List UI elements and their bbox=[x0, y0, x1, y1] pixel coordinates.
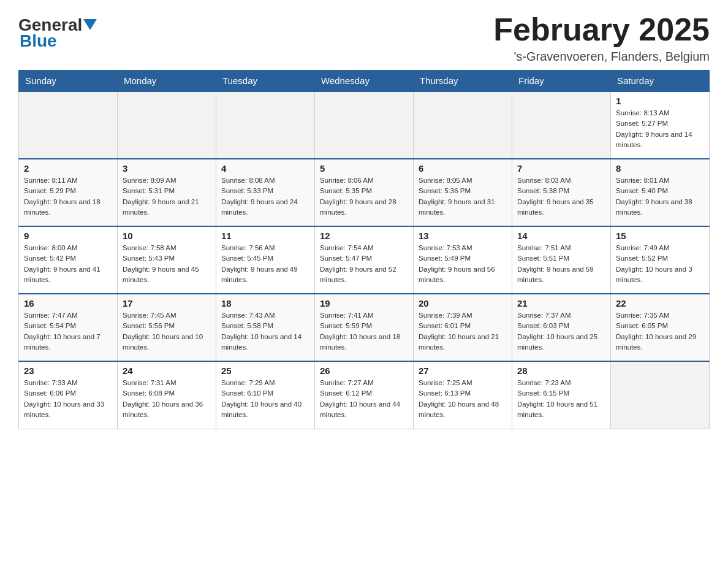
calendar-week-row: 2Sunrise: 8:11 AM Sunset: 5:29 PM Daylig… bbox=[19, 159, 710, 226]
day-info: Sunrise: 8:09 AM Sunset: 5:31 PM Dayligh… bbox=[123, 175, 211, 218]
day-info: Sunrise: 8:11 AM Sunset: 5:29 PM Dayligh… bbox=[24, 175, 112, 218]
calendar-cell: 21Sunrise: 7:37 AM Sunset: 6:03 PM Dayli… bbox=[512, 294, 611, 361]
day-number: 16 bbox=[24, 298, 112, 308]
day-info: Sunrise: 7:49 AM Sunset: 5:52 PM Dayligh… bbox=[616, 243, 704, 285]
calendar-cell: 23Sunrise: 7:33 AM Sunset: 6:06 PM Dayli… bbox=[19, 361, 118, 429]
day-number: 10 bbox=[123, 231, 211, 241]
day-number: 2 bbox=[24, 163, 112, 174]
day-number: 6 bbox=[419, 163, 507, 174]
day-info: Sunrise: 7:39 AM Sunset: 6:01 PM Dayligh… bbox=[419, 310, 507, 353]
day-number: 19 bbox=[320, 298, 408, 308]
day-info: Sunrise: 7:43 AM Sunset: 5:58 PM Dayligh… bbox=[221, 310, 309, 353]
calendar-cell: 19Sunrise: 7:41 AM Sunset: 5:59 PM Dayli… bbox=[315, 294, 414, 361]
calendar-cell: 12Sunrise: 7:54 AM Sunset: 5:47 PM Dayli… bbox=[315, 226, 414, 294]
calendar-cell: 22Sunrise: 7:35 AM Sunset: 6:05 PM Dayli… bbox=[611, 294, 710, 361]
calendar-cell: 27Sunrise: 7:25 AM Sunset: 6:13 PM Dayli… bbox=[414, 361, 512, 429]
weekday-header-monday: Monday bbox=[118, 71, 216, 92]
day-info: Sunrise: 7:47 AM Sunset: 5:54 PM Dayligh… bbox=[24, 310, 112, 353]
day-number: 8 bbox=[616, 163, 704, 174]
logo-text-blue: Blue bbox=[20, 31, 57, 51]
day-info: Sunrise: 8:01 AM Sunset: 5:40 PM Dayligh… bbox=[616, 175, 704, 218]
page-header: General Blue February 2025 's-Gravenvoer… bbox=[18, 12, 710, 64]
calendar-subtitle: 's-Gravenvoeren, Flanders, Belgium bbox=[493, 50, 710, 64]
weekday-header-wednesday: Wednesday bbox=[315, 71, 414, 92]
calendar-cell bbox=[19, 91, 118, 159]
calendar-cell: 11Sunrise: 7:56 AM Sunset: 5:45 PM Dayli… bbox=[216, 226, 315, 294]
calendar-cell: 16Sunrise: 7:47 AM Sunset: 5:54 PM Dayli… bbox=[19, 294, 118, 361]
calendar-cell: 18Sunrise: 7:43 AM Sunset: 5:58 PM Dayli… bbox=[216, 294, 315, 361]
day-info: Sunrise: 7:54 AM Sunset: 5:47 PM Dayligh… bbox=[320, 243, 408, 285]
calendar-cell: 13Sunrise: 7:53 AM Sunset: 5:49 PM Dayli… bbox=[414, 226, 512, 294]
weekday-header-tuesday: Tuesday bbox=[216, 71, 315, 92]
calendar-week-row: 23Sunrise: 7:33 AM Sunset: 6:06 PM Dayli… bbox=[19, 361, 710, 429]
day-number: 13 bbox=[419, 231, 507, 241]
day-info: Sunrise: 7:51 AM Sunset: 5:51 PM Dayligh… bbox=[517, 243, 605, 285]
svg-marker-0 bbox=[83, 19, 97, 30]
day-info: Sunrise: 7:25 AM Sunset: 6:13 PM Dayligh… bbox=[419, 378, 507, 420]
weekday-header-friday: Friday bbox=[512, 71, 611, 92]
day-number: 20 bbox=[419, 298, 507, 308]
calendar-cell bbox=[611, 361, 710, 429]
calendar-cell: 10Sunrise: 7:58 AM Sunset: 5:43 PM Dayli… bbox=[118, 226, 216, 294]
calendar-title: February 2025 bbox=[493, 12, 710, 47]
day-number: 22 bbox=[616, 298, 704, 308]
day-info: Sunrise: 7:53 AM Sunset: 5:49 PM Dayligh… bbox=[419, 243, 507, 285]
calendar-cell bbox=[315, 91, 414, 159]
calendar-cell: 1Sunrise: 8:13 AM Sunset: 5:27 PM Daylig… bbox=[611, 91, 710, 159]
day-number: 23 bbox=[24, 366, 112, 376]
day-info: Sunrise: 8:03 AM Sunset: 5:38 PM Dayligh… bbox=[517, 175, 605, 218]
day-number: 18 bbox=[221, 298, 309, 308]
calendar-cell: 4Sunrise: 8:08 AM Sunset: 5:33 PM Daylig… bbox=[216, 159, 315, 226]
day-info: Sunrise: 7:41 AM Sunset: 5:59 PM Dayligh… bbox=[320, 310, 408, 353]
day-number: 27 bbox=[419, 366, 507, 376]
day-number: 12 bbox=[320, 231, 408, 241]
day-number: 11 bbox=[221, 231, 309, 241]
calendar-week-row: 9Sunrise: 8:00 AM Sunset: 5:42 PM Daylig… bbox=[19, 226, 710, 294]
calendar-cell: 2Sunrise: 8:11 AM Sunset: 5:29 PM Daylig… bbox=[19, 159, 118, 226]
day-info: Sunrise: 7:31 AM Sunset: 6:08 PM Dayligh… bbox=[123, 378, 211, 420]
day-info: Sunrise: 7:58 AM Sunset: 5:43 PM Dayligh… bbox=[123, 243, 211, 285]
day-info: Sunrise: 7:45 AM Sunset: 5:56 PM Dayligh… bbox=[123, 310, 211, 353]
day-info: Sunrise: 8:05 AM Sunset: 5:36 PM Dayligh… bbox=[419, 175, 507, 218]
calendar-cell: 14Sunrise: 7:51 AM Sunset: 5:51 PM Dayli… bbox=[512, 226, 611, 294]
day-info: Sunrise: 8:00 AM Sunset: 5:42 PM Dayligh… bbox=[24, 243, 112, 285]
day-info: Sunrise: 7:37 AM Sunset: 6:03 PM Dayligh… bbox=[517, 310, 605, 353]
calendar-week-row: 16Sunrise: 7:47 AM Sunset: 5:54 PM Dayli… bbox=[19, 294, 710, 361]
calendar-cell: 3Sunrise: 8:09 AM Sunset: 5:31 PM Daylig… bbox=[118, 159, 216, 226]
day-number: 9 bbox=[24, 231, 112, 241]
calendar-cell bbox=[216, 91, 315, 159]
calendar-cell: 5Sunrise: 8:06 AM Sunset: 5:35 PM Daylig… bbox=[315, 159, 414, 226]
day-number: 24 bbox=[123, 366, 211, 376]
day-number: 1 bbox=[616, 96, 704, 106]
calendar-cell: 9Sunrise: 8:00 AM Sunset: 5:42 PM Daylig… bbox=[19, 226, 118, 294]
logo-triangle-icon bbox=[83, 19, 97, 33]
day-number: 28 bbox=[517, 366, 605, 376]
weekday-header-thursday: Thursday bbox=[414, 71, 512, 92]
calendar-cell: 7Sunrise: 8:03 AM Sunset: 5:38 PM Daylig… bbox=[512, 159, 611, 226]
weekday-header-sunday: Sunday bbox=[19, 71, 118, 92]
calendar-cell: 26Sunrise: 7:27 AM Sunset: 6:12 PM Dayli… bbox=[315, 361, 414, 429]
day-number: 26 bbox=[320, 366, 408, 376]
calendar-cell bbox=[512, 91, 611, 159]
calendar-cell: 8Sunrise: 8:01 AM Sunset: 5:40 PM Daylig… bbox=[611, 159, 710, 226]
calendar-cell: 28Sunrise: 7:23 AM Sunset: 6:15 PM Dayli… bbox=[512, 361, 611, 429]
calendar-cell bbox=[414, 91, 512, 159]
logo: General Blue bbox=[18, 15, 97, 51]
calendar-table: SundayMondayTuesdayWednesdayThursdayFrid… bbox=[18, 70, 710, 429]
day-info: Sunrise: 8:08 AM Sunset: 5:33 PM Dayligh… bbox=[221, 175, 309, 218]
calendar-cell: 20Sunrise: 7:39 AM Sunset: 6:01 PM Dayli… bbox=[414, 294, 512, 361]
calendar-cell: 17Sunrise: 7:45 AM Sunset: 5:56 PM Dayli… bbox=[118, 294, 216, 361]
day-number: 17 bbox=[123, 298, 211, 308]
weekday-header-row: SundayMondayTuesdayWednesdayThursdayFrid… bbox=[19, 71, 710, 92]
calendar-cell: 24Sunrise: 7:31 AM Sunset: 6:08 PM Dayli… bbox=[118, 361, 216, 429]
calendar-cell bbox=[118, 91, 216, 159]
calendar-cell: 6Sunrise: 8:05 AM Sunset: 5:36 PM Daylig… bbox=[414, 159, 512, 226]
day-info: Sunrise: 7:33 AM Sunset: 6:06 PM Dayligh… bbox=[24, 378, 112, 420]
day-number: 14 bbox=[517, 231, 605, 241]
day-info: Sunrise: 7:56 AM Sunset: 5:45 PM Dayligh… bbox=[221, 243, 309, 285]
day-number: 4 bbox=[221, 163, 309, 174]
day-info: Sunrise: 7:27 AM Sunset: 6:12 PM Dayligh… bbox=[320, 378, 408, 420]
day-number: 15 bbox=[616, 231, 704, 241]
day-number: 3 bbox=[123, 163, 211, 174]
day-info: Sunrise: 7:23 AM Sunset: 6:15 PM Dayligh… bbox=[517, 378, 605, 420]
